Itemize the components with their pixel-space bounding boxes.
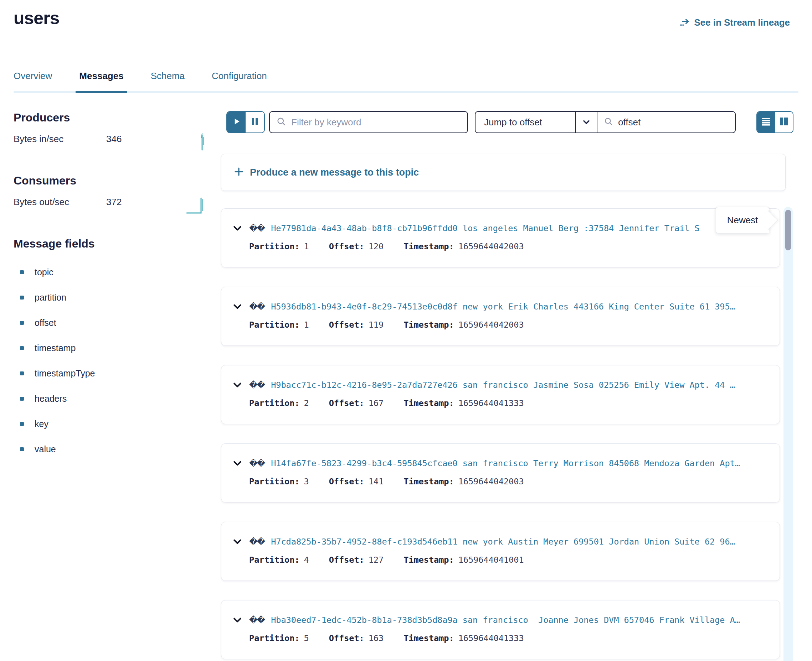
bytes-out-value: 372 <box>106 196 122 208</box>
timestamp-value: 1659644042003 <box>458 320 524 330</box>
message-fields-list: topic partition offset timestamp timesta… <box>14 260 206 462</box>
field-label: value <box>35 444 56 455</box>
field-bullet-icon <box>20 295 24 300</box>
tab-messages[interactable]: Messages <box>79 70 123 91</box>
list-view-button[interactable] <box>757 112 775 133</box>
field-bullet-icon <box>20 422 24 426</box>
field-label: topic <box>35 267 53 278</box>
partition-value: 2 <box>304 398 309 408</box>
partition-value: 3 <box>304 476 309 487</box>
page-title: users <box>14 8 59 29</box>
column-view-button[interactable] <box>775 112 793 133</box>
expand-chevron-icon[interactable] <box>232 380 243 390</box>
message-list: �� He77981da-4a43-48ab-b8f8-cb71b96ffdd0… <box>221 208 780 661</box>
producers-heading: Producers <box>14 111 206 124</box>
field-bullet-icon <box>20 372 24 375</box>
consumers-heading: Consumers <box>14 174 206 187</box>
offset-value: 167 <box>368 398 384 408</box>
chevron-down-icon[interactable] <box>576 117 597 127</box>
expand-chevron-icon[interactable] <box>232 223 243 234</box>
sidebar: Producers Bytes in/sec 346 Consumers Byt… <box>14 111 206 462</box>
consumers-stat-row: Bytes out/sec 372 <box>14 196 206 218</box>
message-field-item-value[interactable]: value <box>14 437 206 462</box>
offset-value: 119 <box>368 320 384 330</box>
timestamp-value: 1659644041333 <box>458 633 524 643</box>
expand-chevron-icon[interactable] <box>232 301 243 312</box>
plus-icon <box>234 166 244 179</box>
field-bullet-icon <box>20 447 24 451</box>
offset-label: Offset: <box>329 320 364 330</box>
offset-value: 127 <box>368 555 384 565</box>
list-view-icon <box>761 117 771 128</box>
newest-label: Newest <box>727 215 758 226</box>
timestamp-label: Timestamp: <box>404 320 454 330</box>
offset-value: 163 <box>368 633 384 643</box>
tab-configuration[interactable]: Configuration <box>212 70 267 91</box>
undecoded-bytes-glyphs: �� <box>249 380 264 390</box>
message-key: Hba30eed7-1edc-452b-8b1a-738d3b5d8a9a sa… <box>271 615 740 625</box>
message-fields-heading: Message fields <box>14 237 206 251</box>
offset-label: Offset: <box>329 555 364 565</box>
offset-value: 141 <box>368 476 384 487</box>
message-field-item-offset[interactable]: offset <box>14 310 206 335</box>
field-bullet-icon <box>20 321 24 325</box>
offset-label: Offset: <box>329 398 364 408</box>
undecoded-bytes-glyphs: �� <box>249 615 264 625</box>
undecoded-bytes-glyphs: �� <box>249 537 264 546</box>
message-row[interactable]: �� H5936db81-b943-4e0f-8c29-74513e0c0d8f… <box>221 287 780 346</box>
message-row[interactable]: �� H14fa67fe-5823-4299-b3c4-595845cfcae0… <box>221 444 780 503</box>
offset-search-field <box>597 112 735 133</box>
view-toggle-group <box>756 111 793 133</box>
play-button[interactable] <box>227 112 246 133</box>
timestamp-value: 1659644042003 <box>458 241 524 251</box>
offset-label: Offset: <box>329 241 364 251</box>
message-field-item-timestampType[interactable]: timestampType <box>14 361 206 386</box>
expand-chevron-icon[interactable] <box>232 615 243 625</box>
field-label: timestamp <box>35 343 75 353</box>
message-field-item-key[interactable]: key <box>14 411 206 437</box>
partition-label: Partition: <box>249 398 299 408</box>
field-label: offset <box>35 318 56 328</box>
message-field-item-timestamp[interactable]: timestamp <box>14 335 206 361</box>
field-label: timestampType <box>35 368 95 378</box>
keyword-filter-input[interactable] <box>290 117 461 128</box>
message-field-item-headers[interactable]: headers <box>14 386 206 411</box>
expand-chevron-icon[interactable] <box>232 536 243 547</box>
produce-message-label: Produce a new message to this topic <box>250 167 419 178</box>
main-panel: Jump to offset <box>221 111 793 135</box>
partition-label: Partition: <box>249 320 299 330</box>
stream-lineage-link[interactable]: See in Stream lineage <box>680 17 790 28</box>
play-pause-group <box>226 111 265 133</box>
tab-schema[interactable]: Schema <box>151 70 185 91</box>
timestamp-label: Timestamp: <box>404 633 454 643</box>
scrollbar-track[interactable] <box>783 207 793 661</box>
topic-page: users See in Stream lineage Overview Mes… <box>0 0 812 661</box>
message-row[interactable]: �� Hba30eed7-1edc-452b-8b1a-738d3b5d8a9a… <box>221 600 780 659</box>
timestamp-value: 1659644041001 <box>458 555 524 565</box>
undecoded-bytes-glyphs: �� <box>249 224 264 233</box>
newest-scroll-badge: Newest <box>716 207 769 233</box>
message-row[interactable]: �� H7cda825b-35b7-4952-88ef-c193d546eb11… <box>221 522 780 581</box>
tab-overview[interactable]: Overview <box>14 70 52 91</box>
message-field-item-partition[interactable]: partition <box>14 285 206 310</box>
bytes-out-sparkline <box>185 192 206 217</box>
producers-stat-row: Bytes in/sec 346 <box>14 134 206 155</box>
timestamp-value: 1659644042003 <box>458 476 524 487</box>
pause-button[interactable] <box>246 112 264 133</box>
play-icon <box>232 117 241 128</box>
bytes-in-label: Bytes in/sec <box>14 134 106 145</box>
tab-bar: Overview Messages Schema Configuration <box>14 70 798 91</box>
offset-search-input[interactable] <box>617 117 729 128</box>
search-icon-small <box>604 117 613 128</box>
expand-chevron-icon[interactable] <box>232 458 243 469</box>
jump-to-offset-select[interactable]: Jump to offset <box>476 117 575 128</box>
message-field-item-topic[interactable]: topic <box>14 260 206 285</box>
offset-value: 120 <box>368 241 384 251</box>
field-label: key <box>35 419 48 429</box>
search-icon <box>276 117 286 128</box>
scrollbar-thumb[interactable] <box>785 210 791 251</box>
produce-message-button[interactable]: Produce a new message to this topic <box>221 154 786 191</box>
message-row[interactable]: �� He77981da-4a43-48ab-b8f8-cb71b96ffdd0… <box>221 208 780 267</box>
partition-value: 1 <box>304 241 309 251</box>
message-row[interactable]: �� H9bacc71c-b12c-4216-8e95-2a7da727e426… <box>221 365 780 424</box>
